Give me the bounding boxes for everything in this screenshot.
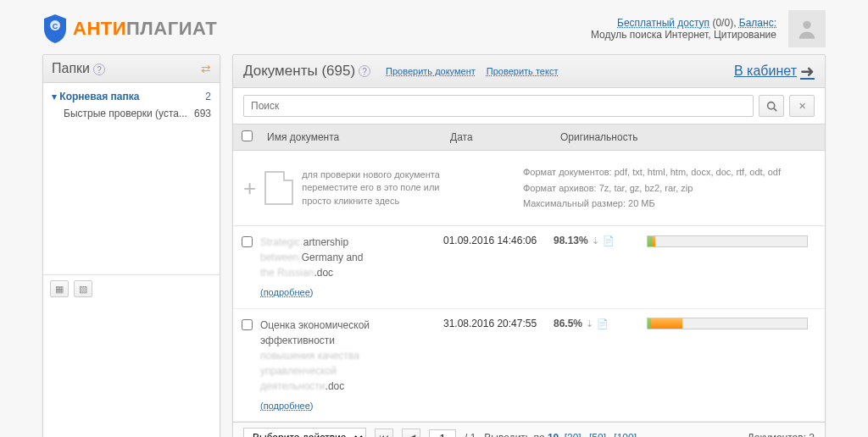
row-checkbox[interactable] xyxy=(242,236,253,247)
check-document-link[interactable]: Проверить документ xyxy=(386,66,476,76)
document-date: 01.09.2016 14:46:06 xyxy=(443,235,554,246)
folder-grid-icon[interactable]: ▦ xyxy=(50,280,69,297)
perpage-50[interactable]: [50] xyxy=(589,432,606,437)
originality-percent: 98.13% xyxy=(554,235,588,246)
details-link[interactable]: (подробнее) xyxy=(260,285,443,300)
originality-bar xyxy=(647,318,808,329)
svg-point-3 xyxy=(767,102,774,108)
row-checkbox[interactable] xyxy=(242,319,253,330)
col-date[interactable]: Дата xyxy=(443,125,554,149)
exit-icon: ➜ xyxy=(800,61,815,81)
brand-logo: С АНТИПЛАГИАТ xyxy=(42,14,217,44)
svg-point-2 xyxy=(803,21,810,29)
upload-dropzone[interactable]: + для проверки нового документа перемест… xyxy=(233,151,825,226)
avatar[interactable] xyxy=(788,10,826,47)
document-date: 31.08.2016 20:47:55 xyxy=(443,318,554,329)
svg-line-4 xyxy=(773,108,776,110)
perpage-100[interactable]: [100] xyxy=(614,432,637,437)
folder-add-icon[interactable]: ▧ xyxy=(74,280,92,297)
account-info: Бесплатный доступ (0/0), Баланс: Модуль … xyxy=(591,17,776,41)
svg-text:С: С xyxy=(53,22,58,30)
folders-panel: Папки? ⇄ ▾ Корневая папка 2 Быстрые пров… xyxy=(42,54,220,437)
documents-count: Документов: 2 xyxy=(748,432,815,437)
plus-icon: + xyxy=(243,175,256,202)
originality-percent: 86.5% xyxy=(554,318,582,329)
perpage-20[interactable]: [20] xyxy=(565,432,581,437)
help-icon[interactable]: ? xyxy=(93,64,105,75)
select-all-checkbox[interactable] xyxy=(242,130,253,141)
report-icon[interactable]: 📄 xyxy=(597,318,609,329)
search-button[interactable] xyxy=(759,95,784,117)
free-access-link[interactable]: Бесплатный доступ xyxy=(617,17,709,29)
check-text-link[interactable]: Проверить текст xyxy=(487,66,559,76)
page-prev-button[interactable]: ◀ xyxy=(402,429,420,437)
documents-panel: Документы (695) ? Проверить документ Про… xyxy=(232,54,826,437)
document-name[interactable]: Оценка экономической эффективности повыш… xyxy=(260,318,443,413)
folders-title: Папки xyxy=(52,61,90,75)
balance-link[interactable]: Баланс: xyxy=(739,17,776,29)
report-icon[interactable]: 📄 xyxy=(603,235,615,246)
clear-search-button[interactable]: ✕ xyxy=(789,95,815,117)
folder-root[interactable]: ▾ Корневая папка 2 xyxy=(52,88,211,105)
bulk-action-select[interactable]: Выберите действие xyxy=(243,428,366,437)
originality-bar xyxy=(647,235,808,247)
download-icon[interactable]: ⇣ xyxy=(586,318,593,329)
cabinet-link[interactable]: В кабинет➜ xyxy=(734,61,815,81)
page-total: / 1 xyxy=(465,432,476,437)
per-page: Выводить по 10 [20] [50] [100] xyxy=(484,432,639,437)
col-name[interactable]: Имя документа xyxy=(260,125,443,149)
table-row: Оценка экономической эффективности повыш… xyxy=(233,309,825,423)
col-originality[interactable]: Оригинальность xyxy=(554,125,647,149)
help-icon[interactable]: ? xyxy=(359,65,370,77)
folder-quick-checks[interactable]: Быстрые проверки (уста... 693 xyxy=(52,105,211,122)
document-icon xyxy=(264,171,293,205)
download-icon[interactable]: ⇣ xyxy=(592,235,599,246)
table-header: Имя документа Дата Оригинальность xyxy=(233,124,825,151)
documents-title: Документы xyxy=(243,63,318,79)
swap-icon[interactable]: ⇄ xyxy=(201,62,211,75)
table-row: Strategic artnership between Germany and… xyxy=(233,226,825,309)
details-link[interactable]: (подробнее) xyxy=(260,399,443,413)
shield-icon: С xyxy=(42,14,68,44)
search-input[interactable] xyxy=(243,95,754,117)
page-first-button[interactable]: ⏮ xyxy=(375,429,393,437)
page-number-input[interactable] xyxy=(429,429,456,437)
document-name[interactable]: Strategic artnership between Germany and… xyxy=(260,235,443,300)
